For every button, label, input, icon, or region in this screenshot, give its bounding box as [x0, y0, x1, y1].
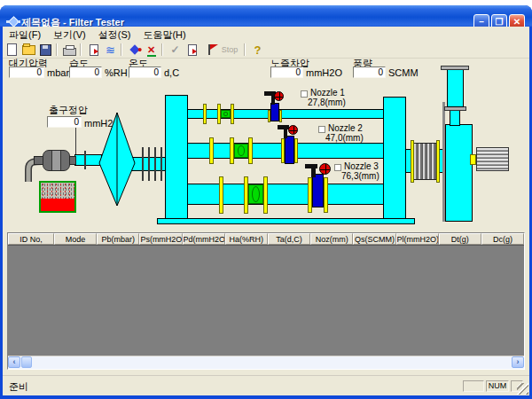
- column-header[interactable]: Ta(d,C): [268, 233, 310, 245]
- nozzle2-label: Nozzle 2: [328, 123, 363, 133]
- blower-housing: [445, 124, 473, 222]
- flange: [219, 176, 223, 214]
- column-header[interactable]: ID No,: [8, 233, 54, 245]
- flange: [209, 137, 214, 164]
- green-valve: [248, 184, 263, 204]
- resize-grip[interactable]: [517, 383, 528, 395]
- aerosol-generator: [43, 150, 70, 171]
- stack-lower-pipe: [450, 110, 460, 126]
- green-valve: [221, 110, 231, 118]
- nozzle2-size: 47,0(mm): [325, 133, 364, 143]
- column-header[interactable]: Noz(mm): [310, 233, 353, 245]
- nozzle3-valve[interactable]: [312, 174, 324, 207]
- dust-container: [39, 181, 76, 213]
- nozzle3-checkbox[interactable]: [334, 164, 341, 171]
- flange: [263, 176, 268, 214]
- app-icon: [6, 17, 19, 27]
- dust-powder: [41, 183, 74, 199]
- column-header[interactable]: Ps(mmH2O): [139, 233, 182, 245]
- valve-stem: [284, 128, 287, 138]
- column-header[interactable]: Qs(SCMM): [353, 233, 395, 245]
- blower-motor: [476, 147, 509, 171]
- nozzle3-size: 76,3(mm): [341, 171, 379, 181]
- scroll-left-arrow[interactable]: ‹: [8, 356, 20, 368]
- status-message: 준비: [9, 380, 28, 394]
- horizontal-scrollbar[interactable]: ‹ ›: [8, 356, 524, 369]
- nozzle1-label: Nozzle 1: [310, 88, 345, 98]
- table-body[interactable]: [8, 246, 524, 356]
- app-icon-right-bar: [17, 20, 20, 23]
- flange: [279, 110, 282, 122]
- nozzle1-size: 27,8(mm): [308, 98, 346, 107]
- stack-upper-pipe: [447, 69, 464, 107]
- flange: [436, 140, 440, 183]
- menu-view[interactable]: 보기(V): [47, 27, 92, 43]
- valve-wheel[interactable]: [319, 163, 331, 175]
- table-header-row: ID No, Mode Pb(mbar) Ps(mmH2O) Pd(mmH2O)…: [8, 233, 524, 246]
- menu-settings[interactable]: 설정(S): [92, 27, 137, 43]
- nozzle2-checkbox[interactable]: [318, 126, 325, 133]
- valve-wheel[interactable]: [288, 125, 298, 135]
- flange: [294, 138, 298, 163]
- column-header[interactable]: Ha(%RH): [225, 233, 268, 245]
- nozzle1-checkbox[interactable]: [301, 90, 308, 98]
- scrollbar-thumb[interactable]: [21, 356, 32, 368]
- title-bar[interactable]: 제목없음 - Filter Tester – ❐ ✕: [0, 5, 532, 27]
- menu-file[interactable]: 파일(F): [3, 27, 47, 43]
- num-pane: NUM: [486, 380, 509, 392]
- flange: [411, 140, 414, 183]
- results-table: ID No, Mode Pb(mbar) Ps(mmH2O) Pd(mmH2O)…: [7, 232, 525, 370]
- bellows-coupling: [413, 143, 438, 180]
- flange: [231, 104, 234, 124]
- flange: [203, 104, 207, 124]
- flange: [248, 137, 253, 164]
- valve-wheel[interactable]: [274, 91, 284, 101]
- status-bar: 준비 NUM: [3, 375, 529, 395]
- dust-liquid: [41, 199, 74, 211]
- motor-coupling: [470, 154, 476, 165]
- column-header[interactable]: Pd(mmH2O): [183, 233, 225, 245]
- scroll-right-arrow[interactable]: ›: [512, 356, 524, 368]
- column-header[interactable]: Dc(g): [481, 233, 524, 245]
- green-valve: [234, 144, 248, 158]
- flange: [324, 177, 328, 213]
- nozzle1-valve[interactable]: [270, 103, 279, 121]
- stack-top-flange: [441, 66, 469, 70]
- column-header[interactable]: Mode: [54, 233, 97, 245]
- nozzle2-valve[interactable]: [285, 136, 294, 164]
- app-window: 제목없음 - Filter Tester – ❐ ✕ 파일(F) 보기(V) 설…: [0, 0, 532, 399]
- column-header[interactable]: Dt(g): [439, 233, 481, 245]
- nozzle3-label: Nozzle 3: [344, 161, 379, 171]
- menu-bar: 파일(F) 보기(V) 설정(S) 도움말(H): [3, 27, 529, 42]
- caps-pane: [463, 380, 484, 392]
- column-header[interactable]: Pb(mbar): [97, 233, 139, 245]
- column-header[interactable]: Pl(mmH2O): [396, 233, 439, 245]
- valve-stem: [311, 167, 316, 177]
- menu-help[interactable]: 도움말(H): [137, 27, 192, 43]
